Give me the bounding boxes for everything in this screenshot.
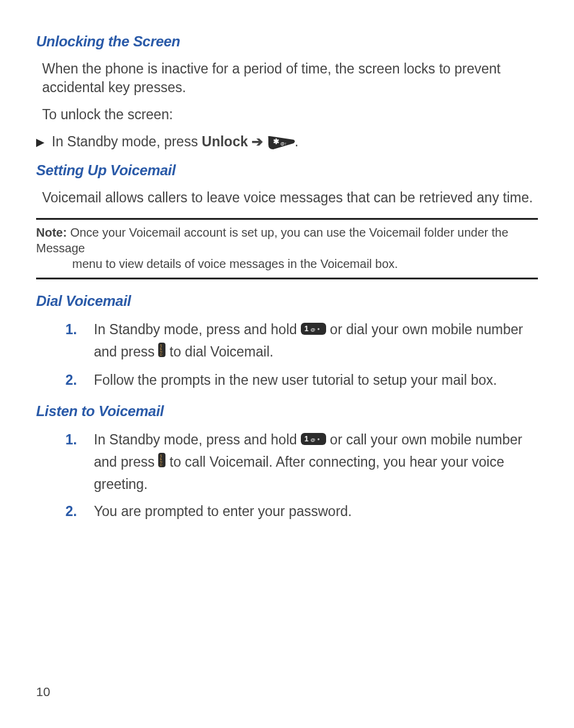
unlock-step-text: In Standby mode, press Unlock ➔ ✱ @↑ . bbox=[52, 132, 298, 151]
list-number: 1. bbox=[64, 429, 77, 451]
listen-voicemail-list: 1. In Standby mode, press and hold 1 @ ⚬… bbox=[36, 429, 538, 523]
list-body: In Standby mode, press and hold 1 @ ⚬ or… bbox=[94, 429, 538, 495]
list-item: 1. In Standby mode, press and hold 1 @ ⚬… bbox=[64, 319, 538, 363]
list-number: 1. bbox=[64, 319, 77, 341]
note-text: Note: Once your Voicemail account is set… bbox=[36, 225, 538, 272]
note-block: Note: Once your Voicemail account is set… bbox=[36, 218, 538, 279]
svg-text:1: 1 bbox=[304, 435, 309, 443]
svg-text:@ ⚬: @ ⚬ bbox=[310, 327, 321, 332]
unlock-step: ▶ In Standby mode, press Unlock ➔ ✱ @↑ . bbox=[36, 132, 538, 151]
voicemail-desc: Voicemail allows callers to leave voice … bbox=[36, 188, 538, 207]
heading-setting-voicemail: Setting Up Voicemail bbox=[36, 162, 538, 179]
unlock-label: Unlock bbox=[202, 134, 248, 149]
send-key-icon: S E N D bbox=[158, 342, 165, 364]
unlocking-instruction: To unlock the screen: bbox=[36, 105, 538, 124]
list-number: 2. bbox=[64, 370, 77, 391]
page-number: 10 bbox=[36, 685, 50, 699]
dial-voicemail-list: 1. In Standby mode, press and hold 1 @ ⚬… bbox=[36, 319, 538, 391]
heading-listen-voicemail: Listen to Voicemail bbox=[36, 403, 538, 420]
svg-text:1: 1 bbox=[304, 325, 309, 333]
list-number: 2. bbox=[64, 501, 77, 523]
svg-text:@↑: @↑ bbox=[280, 142, 287, 146]
heading-unlocking-screen: Unlocking the Screen bbox=[36, 33, 538, 50]
send-key-icon: S E N D bbox=[158, 452, 165, 474]
one-key-icon: 1 @ ⚬ bbox=[301, 430, 326, 452]
svg-text:✱: ✱ bbox=[273, 137, 279, 146]
heading-dial-voicemail: Dial Voicemail bbox=[36, 293, 538, 310]
dial-step1-pre: In Standby mode, press and hold bbox=[94, 322, 301, 337]
svg-text:D: D bbox=[160, 353, 162, 356]
triangle-bullet-icon: ▶ bbox=[36, 135, 47, 149]
unlocking-desc: When the phone is inactive for a period … bbox=[36, 60, 538, 97]
svg-text:@ ⚬: @ ⚬ bbox=[310, 437, 321, 443]
note-line2: menu to view details of voice messages i… bbox=[36, 256, 538, 272]
arrow-icon: ➔ bbox=[248, 134, 267, 149]
dial-step2: Follow the prompts in the new user tutor… bbox=[94, 370, 538, 391]
note-label: Note: bbox=[36, 226, 67, 239]
one-key-icon: 1 @ ⚬ bbox=[301, 320, 326, 341]
list-item: 2. You are prompted to enter your passwo… bbox=[64, 501, 538, 523]
listen-step2: You are prompted to enter your password. bbox=[94, 501, 538, 523]
unlock-pre: In Standby mode, press bbox=[52, 134, 202, 149]
list-item: 1. In Standby mode, press and hold 1 @ ⚬… bbox=[64, 429, 538, 495]
unlock-post: . bbox=[295, 134, 298, 149]
star-key-icon: ✱ @↑ bbox=[267, 136, 295, 149]
dial-step1-post: to dial Voicemail. bbox=[170, 344, 274, 359]
svg-text:D: D bbox=[160, 463, 162, 467]
list-item: 2. Follow the prompts in the new user tu… bbox=[64, 370, 538, 391]
note-line1: Once your Voicemail account is set up, y… bbox=[36, 226, 508, 255]
listen-step1-pre: In Standby mode, press and hold bbox=[94, 432, 301, 447]
list-body: In Standby mode, press and hold 1 @ ⚬ or… bbox=[94, 319, 538, 363]
